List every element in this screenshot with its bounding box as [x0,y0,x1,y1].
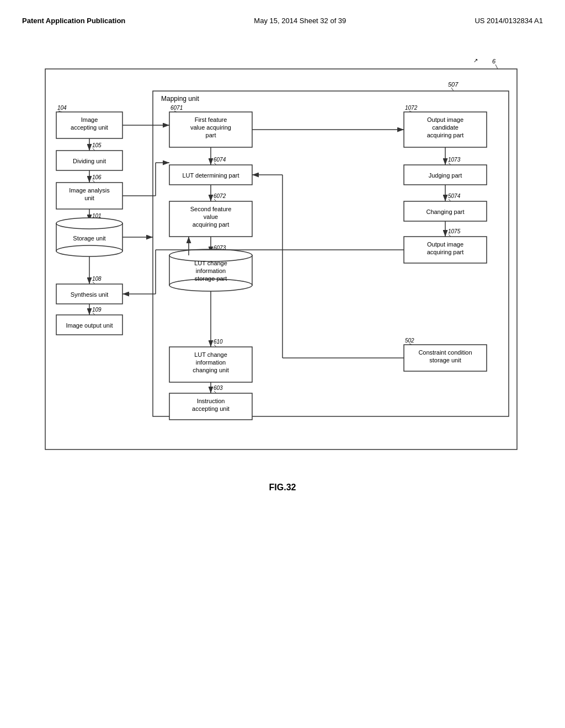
diagram-svg: 6 ↗ 507 Mapping unit Image accepting uni… [45,52,520,461]
svg-text:109: 109 [92,307,102,313]
svg-text:↗: ↗ [473,57,478,63]
svg-point-28 [56,218,122,229]
svg-text:Second feature: Second feature [190,206,232,212]
svg-text:6071: 6071 [170,105,183,111]
svg-text:6: 6 [492,58,496,65]
svg-text:1072: 1072 [405,105,418,111]
svg-text:storage part: storage part [195,275,227,282]
svg-text:storage unit: storage unit [429,357,461,363]
svg-text:First feature: First feature [195,116,227,123]
svg-line-2 [495,65,498,69]
svg-text:Dividing unit: Dividing unit [73,158,106,164]
svg-text:Judging part: Judging part [429,172,462,179]
header-center: May 15, 2014 Sheet 32 of 39 [254,17,346,25]
svg-text:Changing part: Changing part [426,208,464,215]
svg-text:Image analysis: Image analysis [69,187,110,194]
svg-text:Output image: Output image [427,241,463,248]
svg-text:Storage unit: Storage unit [73,235,105,242]
svg-text:candidate: candidate [432,124,459,131]
svg-text:changing unit: changing unit [193,367,228,373]
svg-text:accepting unit: accepting unit [71,124,108,131]
diagram-area: 6 ↗ 507 Mapping unit Image accepting uni… [34,52,531,461]
svg-text:603: 603 [214,385,223,391]
svg-text:value: value [204,213,218,220]
svg-text:information: information [196,359,226,366]
svg-line-6 [451,88,454,91]
header: Patent Application Publication May 15, 2… [22,11,543,36]
svg-text:Output image: Output image [427,116,463,123]
svg-text:Synthesis unit: Synthesis unit [71,291,108,298]
svg-text:value acquiring: value acquiring [190,124,231,131]
svg-text:acquiring part: acquiring part [193,221,230,228]
svg-text:LUT change: LUT change [194,260,227,266]
svg-text:part: part [206,132,216,138]
svg-text:105: 105 [92,142,102,148]
svg-text:information: information [196,267,226,274]
svg-point-29 [56,245,122,256]
svg-text:106: 106 [92,174,102,180]
svg-text:LUT change: LUT change [194,351,227,358]
svg-text:108: 108 [92,276,102,282]
svg-text:610: 610 [214,339,223,345]
svg-text:LUT determining part: LUT determining part [182,172,239,179]
page: Patent Application Publication May 15, 2… [0,0,565,728]
svg-text:6072: 6072 [214,193,226,199]
svg-text:Image output unit: Image output unit [66,322,113,329]
svg-text:1073: 1073 [448,157,461,163]
svg-text:acquiring part: acquiring part [427,132,464,138]
header-right: US 2014/0132834 A1 [475,17,543,25]
svg-text:Image: Image [81,116,98,123]
svg-text:1075: 1075 [448,228,461,234]
svg-text:507: 507 [448,81,459,88]
svg-text:unit: unit [84,195,94,201]
svg-text:5074: 5074 [448,193,461,199]
svg-text:6074: 6074 [214,157,226,163]
svg-text:Mapping unit: Mapping unit [161,95,199,103]
svg-text:Instruction: Instruction [197,398,225,404]
svg-text:Constraint condition: Constraint condition [418,349,472,356]
svg-text:accepting unit: accepting unit [192,405,230,412]
header-left: Patent Application Publication [22,17,125,25]
svg-text:104: 104 [57,105,67,111]
svg-text:502: 502 [405,338,414,344]
figure-caption: FIG.32 [22,483,543,493]
svg-text:acquiring part: acquiring part [427,249,464,255]
